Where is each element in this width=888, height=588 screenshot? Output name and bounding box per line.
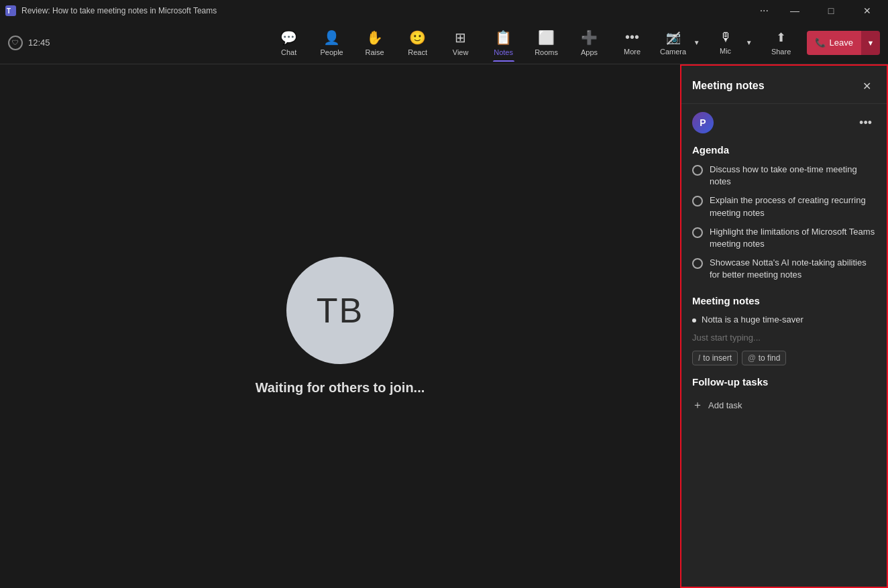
notes-input[interactable] (692, 330, 876, 345)
add-task-label: Add task (708, 400, 742, 410)
panel-avatar-row: P ••• (692, 112, 876, 133)
react-icon: 🙂 (409, 30, 426, 46)
agenda-item-3: Highlight the limitations of Microsoft T… (692, 226, 876, 250)
camera-label: Camera (660, 48, 686, 56)
agenda-checkbox-2[interactable] (692, 196, 703, 207)
camera-chevron[interactable]: ▼ (690, 24, 704, 62)
main-content: TB Waiting for others to join... Meeting… (0, 64, 888, 588)
meeting-notes-title: Meeting notes (692, 295, 876, 306)
agenda-text-3: Highlight the limitations of Microsoft T… (710, 226, 876, 250)
panel-close-button[interactable]: ✕ (857, 76, 876, 95)
avatar: TB (286, 257, 394, 364)
agenda-item-1: Discuss how to take one-time meeting not… (692, 164, 876, 188)
nav-item-chat[interactable]: 💬 Chat (268, 24, 311, 62)
top-nav-bar: 🛡 12:45 💬 Chat 👤 People ✋ Raise 🙂 React … (0, 21, 888, 64)
rooms-icon: ⬜ (538, 30, 555, 46)
panel-options-button[interactable]: ••• (855, 115, 876, 131)
title-bar: T Review: How to take meeting notes in M… (0, 0, 888, 21)
followup-tasks-title: Follow-up tasks (692, 376, 876, 388)
nav-item-people[interactable]: 👤 People (311, 24, 353, 62)
view-label: View (453, 48, 469, 56)
agenda-text-4: Showcase Notta's AI note-taking abilitie… (710, 257, 876, 281)
meeting-notes-section: Meeting notes Notta is a huge time-saver… (692, 295, 876, 365)
video-area: TB Waiting for others to join... (0, 64, 680, 588)
apps-label: Apps (581, 48, 598, 56)
chat-label: Chat (281, 48, 296, 56)
bullet-text: Notta is a huge time-saver (702, 314, 803, 325)
waiting-text: Waiting for others to join... (256, 380, 425, 396)
shield-icon: 🛡 (8, 36, 23, 50)
react-label: React (408, 48, 427, 56)
clock-display: 12:45 (28, 38, 50, 48)
title-bar-more[interactable]: ··· (755, 5, 774, 17)
mic-button-group: 🎙 Mic ▼ (709, 24, 756, 62)
agenda-text-1: Discuss how to take one-time meeting not… (710, 164, 876, 188)
agenda-checkbox-4[interactable] (692, 258, 703, 269)
find-hint-text: to find (759, 353, 781, 363)
panel-avatar: P (692, 112, 714, 133)
raise-icon: ✋ (366, 30, 383, 46)
more-label: More (624, 48, 641, 56)
panel-title: Meeting notes (692, 80, 765, 92)
find-hint-chip[interactable]: @ to find (742, 351, 786, 365)
panel-body: P ••• Agenda Discuss how to take one-tim… (681, 104, 887, 587)
nav-left: 🛡 12:45 (8, 36, 265, 50)
plus-icon: ＋ (692, 398, 703, 412)
mic-toggle[interactable]: 🎙 Mic (709, 24, 742, 62)
leave-chevron[interactable]: ▼ (861, 31, 880, 55)
at-icon: @ (748, 353, 756, 363)
panel-avatar-letter: P (700, 117, 706, 128)
notes-bullet-item: Notta is a huge time-saver (692, 314, 876, 325)
notes-icon: 📋 (495, 30, 512, 46)
nav-item-view[interactable]: ⊞ View (439, 24, 482, 62)
people-icon: 👤 (323, 30, 340, 46)
people-label: People (320, 48, 343, 56)
app-icon: T (5, 5, 16, 16)
panel-header: Meeting notes ✕ (681, 66, 887, 104)
followup-tasks-section: Follow-up tasks ＋ Add task (692, 376, 876, 415)
mic-label: Mic (720, 47, 731, 55)
nav-item-apps[interactable]: ➕ Apps (568, 24, 611, 62)
share-button[interactable]: ⬆ Share (761, 24, 801, 62)
raise-label: Raise (366, 48, 384, 56)
insert-hint-text: to insert (703, 353, 732, 363)
nav-right: 📷 Camera ▼ 🎙 Mic ▼ ⬆ Share 📞 Leave ▼ (657, 24, 880, 62)
maximize-button[interactable]: □ (816, 0, 846, 21)
more-icon: ••• (625, 30, 639, 45)
leave-button-group: 📞 Leave ▼ (807, 31, 880, 55)
apps-icon: ➕ (581, 30, 598, 46)
agenda-checkbox-1[interactable] (692, 165, 703, 176)
bullet-dot (692, 318, 696, 322)
slash-icon: / (698, 353, 700, 363)
leave-button[interactable]: 📞 Leave (807, 31, 861, 55)
agenda-checkbox-3[interactable] (692, 227, 703, 238)
mic-chevron[interactable]: ▼ (742, 24, 756, 62)
rooms-label: Rooms (535, 48, 558, 56)
nav-center: 💬 Chat 👤 People ✋ Raise 🙂 React ⊞ View 📋… (268, 24, 654, 62)
side-panel: Meeting notes ✕ P ••• Agenda Discuss how… (680, 64, 888, 588)
nav-item-more[interactable]: ••• More (611, 24, 654, 62)
agenda-item-2: Explain the process of creating recurrin… (692, 194, 876, 219)
camera-toggle[interactable]: 📷 Camera (657, 24, 690, 62)
nav-item-notes[interactable]: 📋 Notes (482, 24, 525, 62)
share-icon: ⬆ (776, 30, 786, 45)
nav-item-rooms[interactable]: ⬜ Rooms (525, 24, 568, 62)
add-task-button[interactable]: ＋ Add task (692, 396, 742, 415)
close-button[interactable]: ✕ (852, 0, 883, 21)
nav-item-raise[interactable]: ✋ Raise (353, 24, 396, 62)
agenda-text-2: Explain the process of creating recurrin… (710, 194, 876, 219)
agenda-item-4: Showcase Notta's AI note-taking abilitie… (692, 257, 876, 281)
minimize-button[interactable]: — (779, 0, 810, 21)
agenda-section: Agenda Discuss how to take one-time meet… (692, 144, 876, 282)
chat-icon: 💬 (280, 30, 297, 46)
svg-text:T: T (7, 7, 11, 15)
view-icon: ⊞ (455, 30, 466, 46)
avatar-initials: TB (317, 290, 364, 331)
insert-hint-chip[interactable]: / to insert (692, 351, 738, 365)
notes-hint-bar: / to insert @ to find (692, 351, 876, 365)
share-label: Share (771, 48, 791, 56)
nav-item-react[interactable]: 🙂 React (396, 24, 439, 62)
leave-phone-icon: 📞 (815, 38, 826, 48)
leave-label: Leave (830, 38, 853, 48)
agenda-title: Agenda (692, 144, 876, 156)
